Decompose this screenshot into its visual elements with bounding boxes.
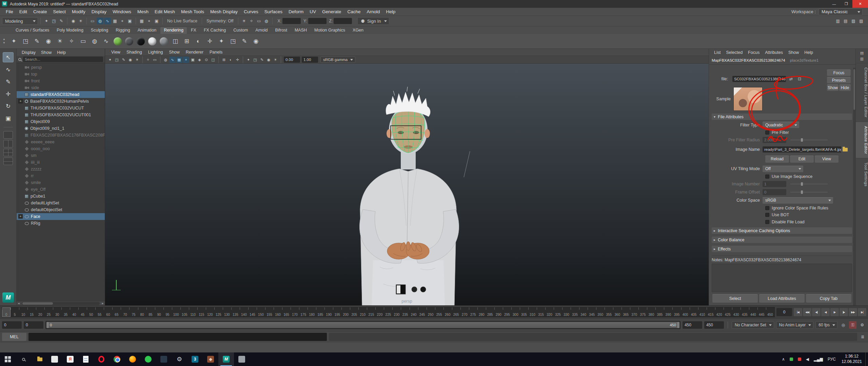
lasso-tool-icon[interactable]: ∿ [3,64,14,75]
shelf-tab-xgen[interactable]: XGen [349,27,367,34]
move-tool-icon[interactable]: ✛ [3,89,14,99]
ae-menu-list[interactable]: List [712,50,723,55]
outliner-item-defaultlightset[interactable]: defaultLightSet [17,200,105,206]
focus-button[interactable]: Focus [827,69,851,76]
script-editor-icon[interactable]: ≣ [859,333,866,340]
anim-layer-dropdown[interactable]: No Anim Layer [776,321,814,329]
camera-icon[interactable]: ◐ [193,36,203,46]
tray-green-icon[interactable] [787,352,795,366]
mute-playback-icon[interactable]: ◎ [840,321,847,329]
volume-light-icon[interactable]: ∿ [101,36,111,46]
new-scene-icon[interactable]: ✦ [43,18,50,24]
ae-menu-help[interactable]: Help [802,50,815,55]
grease-pencil-icon[interactable]: ▭ [152,57,158,63]
wireframe-icon[interactable]: ◍ [162,57,169,63]
play-backward-button[interactable]: ◀ [821,308,830,316]
minimize-button[interactable]: — [828,0,840,8]
shelf-tab-rigging[interactable]: Rigging [112,27,133,34]
playback-end-field[interactable]: 450 [683,321,702,329]
image-plane-icon[interactable]: ✛ [205,36,215,46]
hide-button[interactable]: Hide [839,84,851,91]
undo-icon[interactable]: ◉ [70,18,77,24]
input-connections-icon[interactable]: ▦ [138,18,145,24]
coord-field-z[interactable] [334,18,352,24]
edit-button[interactable]: Edit [790,156,814,163]
attribute-editor-toggle-icon[interactable]: ▧ [850,18,857,24]
motion-blur-icon[interactable]: ⊙ [203,57,210,63]
menu-file[interactable]: File [3,9,16,14]
outliner-item-oooo-ooo[interactable]: oooo_ooo [17,145,105,152]
outliner-item-front[interactable]: front [17,78,105,84]
menu-surfaces[interactable]: Surfaces [261,9,285,14]
frame-offset-field[interactable]: 0 [763,189,786,195]
play-forward-button[interactable]: ▶ [830,308,839,316]
menu-modify[interactable]: Modify [69,9,88,14]
outliner-item-top[interactable]: top [17,71,105,78]
shading-map-icon[interactable] [159,36,169,46]
redo-icon[interactable]: ☀ [77,18,84,24]
viewport-menu-renderer[interactable]: Renderer [183,50,206,55]
presets-button[interactable]: Presets [827,77,851,83]
viewport-menu-show[interactable]: Show [166,50,182,55]
textured-icon[interactable]: ▦ [176,57,182,63]
standard-surface-material-icon[interactable] [113,36,123,46]
shelf-options-icon[interactable]: ▲▼ [3,38,5,44]
section-interactive-sequence-caching-options[interactable]: Interactive Sequence Caching Options [712,227,852,234]
browse-file-icon[interactable] [843,148,848,151]
color-management-icon[interactable]: ◳ [228,36,238,46]
shelf-tab-motion-graphics[interactable]: Motion Graphics [311,27,349,34]
coord-field-y[interactable] [308,18,327,24]
disable-file-load-checkbox[interactable] [765,220,769,224]
menu-windows[interactable]: Windows [110,9,134,14]
texture-node-icon[interactable]: ⊡ [796,76,803,82]
outliner-persp-layout-button[interactable] [3,158,13,165]
menu-generate[interactable]: Generate [319,9,344,14]
shelf-tab-rendering[interactable]: Rendering [160,27,187,34]
fps-dropdown[interactable]: 60 fps [815,321,837,329]
open-scene-icon[interactable]: ◳ [51,18,57,24]
pre-filter-checkbox[interactable] [765,130,769,135]
area-light-icon[interactable]: ▭ [78,36,88,46]
tab-file-node[interactable]: MapFBXASC032FBXASC0352138624674 [712,58,785,62]
step-forward-frame-button[interactable]: ▶▶ [849,308,857,316]
outliner-item-zzzzz[interactable]: zzzzz [17,166,105,172]
pre-filter-radius-field[interactable]: 2.000 [763,137,786,143]
dock-icon-1[interactable]: ▤ [860,51,864,55]
filter-type-dropdown[interactable]: Quadratic [763,122,799,128]
symmetry-dropdown[interactable]: Symmetry: Off [204,19,236,23]
render-snapshot-icon[interactable]: ◳ [20,36,31,46]
select-button[interactable]: Select [712,294,758,303]
2d-pan-zoom-icon[interactable]: ✧ [145,57,151,63]
tray-volume-icon[interactable]: ◀ [804,352,811,366]
view-button[interactable]: View [815,156,839,163]
current-frame-field[interactable]: 0 [776,308,792,316]
mel-toggle-button[interactable]: MEL [2,333,26,341]
ae-menu-selected[interactable]: Selected [724,50,745,55]
outliner-menu-display[interactable]: Display [19,50,38,55]
menu-select[interactable]: Select [50,9,69,14]
field-chart-icon[interactable]: ✎ [259,57,265,63]
tool-settings-toggle-icon[interactable]: ▨ [858,18,865,24]
outliner-item-object009-ncl1-1[interactable]: Object009_ncl1_1 [17,125,105,132]
menu-curves[interactable]: Curves [241,9,261,14]
search-button[interactable] [16,352,31,366]
viewport-canvas[interactable]: persp [105,64,709,305]
step-back-frame-button[interactable]: ◀◀ [803,308,811,316]
viewport-menu-lighting[interactable]: Lighting [145,50,166,55]
menu-cache[interactable]: Cache [344,9,363,14]
outliner-menu-help[interactable]: Help [55,50,68,55]
construction-history-icon[interactable]: ▣ [153,18,160,24]
dark-app-icon[interactable] [156,352,172,366]
bookmarks-icon[interactable]: ◉ [127,57,134,63]
file-texture-icon[interactable]: ◫ [170,36,180,46]
safe-title-icon[interactable]: ☀ [272,57,279,63]
light-app-icon[interactable] [47,352,62,366]
render-settings-icon[interactable]: ✎ [32,36,42,46]
spot-light-icon[interactable]: ✧ [66,36,77,46]
shelf-tab-fx[interactable]: FX [188,27,200,34]
settings-gear-icon[interactable]: ⚙ [172,352,187,366]
outliner-item-standartfbxasc032head[interactable]: standartFBXASC032head [17,91,105,98]
shelf-tab-bifrost[interactable]: Bifrost [272,27,290,34]
snap-to-grid-icon[interactable]: ▭ [89,18,96,24]
hypershade-icon[interactable]: ◉ [43,36,54,46]
